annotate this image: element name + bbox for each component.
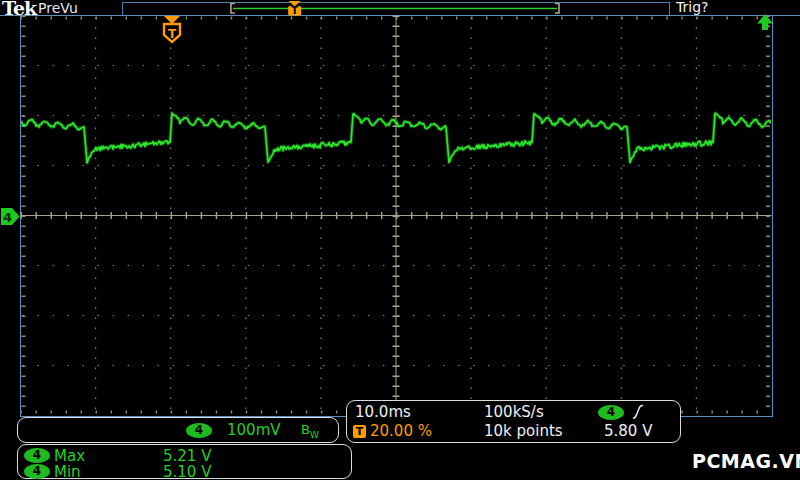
channel4-position-marker[interactable]: 4	[1, 208, 20, 225]
measurement-label: Max	[54, 449, 85, 464]
bandwidth-limit-indicator: BW	[301, 422, 319, 440]
trigger-source-badge: 4	[598, 405, 624, 420]
acquisition-preview-bar	[122, 2, 670, 16]
trigger-t-icon: T	[353, 425, 366, 438]
acquisition-mode-label: PreVu	[38, 0, 78, 16]
measurements-box: 4 Max 5.21 V 4 Min 5.10 V	[17, 444, 352, 479]
sample-rate-readout: 100kS/s	[484, 405, 544, 420]
horizontal-trigger-readout-box: 10.0ms 100kS/s 4 T 20.00 % 10k points 5.…	[346, 400, 681, 443]
trigger-slope-rising-icon	[631, 403, 645, 421]
measurement-label: Min	[54, 465, 81, 480]
trigger-level-readout: 5.80 V	[604, 424, 652, 439]
channel4-readout-box: 4 100mV BW	[17, 417, 339, 443]
measurement-channel-badge: 4	[24, 448, 50, 463]
measurement-channel-badge: 4	[24, 464, 50, 479]
trigger-position-readout: 20.00 %	[370, 424, 432, 439]
measurement-row-min: 4 Min 5.10 V	[18, 464, 351, 480]
measurement-value: 5.10 V	[163, 465, 211, 480]
oscilloscope-screen: Tek PreVu Trig? T T 4	[0, 0, 800, 480]
pcmag-watermark: PCMAG.VN	[692, 450, 800, 472]
record-length-readout: 10k points	[484, 424, 563, 439]
svg-text:4: 4	[3, 210, 12, 225]
time-per-div-readout: 10.0ms	[355, 405, 411, 420]
measurement-value: 5.21 V	[163, 449, 211, 464]
trigger-status-label: Trig?	[676, 0, 708, 15]
channel4-scale-readout: 100mV	[227, 423, 281, 438]
graticule-area	[20, 15, 773, 417]
channel4-badge: 4	[186, 423, 212, 438]
